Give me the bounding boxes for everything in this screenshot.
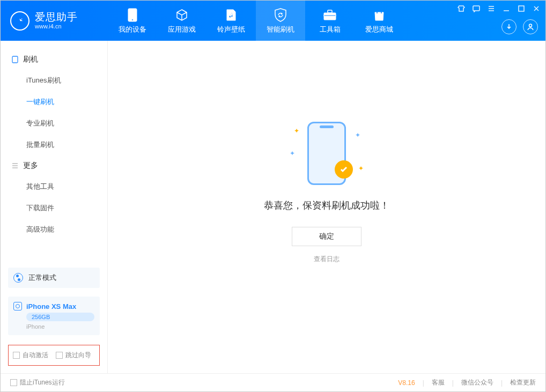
list-icon: [11, 162, 19, 169]
sidebar-item-batch-flash[interactable]: 批量刷机: [1, 134, 107, 156]
close-icon[interactable]: [532, 4, 541, 13]
svg-rect-6: [519, 6, 524, 11]
flash-options-highlighted: 自动激活 跳过向导: [8, 345, 100, 366]
success-illustration: ✦ ✦ ✦ ✦: [286, 119, 367, 188]
shield-refresh-icon: [273, 8, 288, 23]
sidebar-section-flash: 刷机: [1, 49, 107, 70]
mode-label: 正常模式: [28, 273, 56, 283]
check-badge-icon: [335, 160, 353, 179]
device-phone-icon: [13, 302, 22, 310]
skin-icon[interactable]: [456, 4, 466, 13]
sidebar-item-pro-flash[interactable]: 专业刷机: [1, 113, 107, 134]
download-button[interactable]: [501, 19, 517, 34]
phone-outline-icon: [11, 56, 19, 63]
svg-rect-4: [324, 15, 336, 16]
sparkle-icon: ✦: [358, 165, 364, 172]
app-logo: 爱思助手 www.i4.cn: [1, 1, 108, 41]
mode-icon: [13, 273, 23, 283]
svg-rect-5: [473, 6, 479, 11]
app-name: 爱思助手: [35, 12, 78, 23]
device-icon: [125, 8, 140, 23]
toolbox-icon: [322, 8, 337, 23]
footer-link-wechat[interactable]: 微信公众号: [461, 378, 493, 387]
svg-point-1: [132, 19, 134, 20]
header: 爱思助手 www.i4.cn 我的设备 应用游戏 铃声壁纸 智能刷机 工具箱 爱…: [1, 1, 545, 41]
sidebar-section-more: 更多: [1, 156, 107, 176]
sidebar-item-itunes-flash[interactable]: iTunes刷机: [1, 70, 107, 91]
svg-rect-8: [12, 56, 18, 63]
checkbox-block-itunes[interactable]: 阻止iTunes运行: [10, 378, 65, 387]
cube-icon: [174, 8, 189, 23]
minimize-icon[interactable]: [501, 4, 511, 13]
checkbox-auto-activate[interactable]: 自动激活: [13, 351, 48, 360]
header-actions: [501, 19, 538, 34]
sparkle-icon: ✦: [294, 127, 299, 135]
checkbox-icon: [10, 379, 17, 386]
logo-icon: [10, 11, 29, 31]
status-bar: 阻止iTunes运行 V8.16 | 客服 | 微信公众号 | 检查更新: [1, 373, 545, 391]
tab-my-device[interactable]: 我的设备: [108, 1, 157, 41]
sidebar: 刷机 iTunes刷机 一键刷机 专业刷机 批量刷机 更多 其他工具 下载固件 …: [1, 41, 108, 373]
svg-rect-3: [328, 10, 332, 13]
sparkle-icon: ✦: [355, 131, 360, 139]
maximize-icon[interactable]: [517, 4, 526, 13]
bag-icon: [372, 8, 387, 23]
success-message: 恭喜您，保资料刷机成功啦！: [264, 199, 389, 212]
tab-smart-flash[interactable]: 智能刷机: [256, 1, 305, 41]
app-url: www.i4.cn: [35, 23, 78, 29]
sidebar-item-oneclick-flash[interactable]: 一键刷机: [1, 91, 107, 113]
window-controls: [456, 4, 541, 13]
checkbox-icon: [13, 352, 20, 359]
tab-apps-games[interactable]: 应用游戏: [157, 1, 206, 41]
ok-button[interactable]: 确定: [292, 227, 361, 246]
tab-toolbox[interactable]: 工具箱: [305, 1, 355, 41]
sidebar-item-other-tools[interactable]: 其他工具: [1, 176, 107, 197]
tab-ringtones-wallpaper[interactable]: 铃声壁纸: [206, 1, 256, 41]
sidebar-item-advanced[interactable]: 高级功能: [1, 219, 107, 240]
checkbox-skip-guide[interactable]: 跳过向导: [56, 351, 91, 360]
feedback-icon[interactable]: [471, 4, 481, 13]
footer-link-support[interactable]: 客服: [432, 378, 445, 387]
music-file-icon: [224, 8, 239, 23]
main-content: ✦ ✦ ✦ ✦ 恭喜您，保资料刷机成功啦！ 确定 查看日志: [108, 41, 545, 373]
view-log-link[interactable]: 查看日志: [314, 255, 340, 264]
footer-link-update[interactable]: 检查更新: [510, 378, 536, 387]
device-card[interactable]: iPhone XS Max 256GB iPhone: [8, 297, 100, 335]
device-type: iPhone: [26, 323, 94, 330]
menu-icon[interactable]: [486, 4, 496, 13]
sparkle-icon: ✦: [290, 150, 295, 157]
nav-tabs: 我的设备 应用游戏 铃声壁纸 智能刷机 工具箱 爱思商城: [108, 1, 404, 41]
tab-store[interactable]: 爱思商城: [355, 1, 404, 41]
svg-point-7: [529, 24, 532, 27]
account-button[interactable]: [523, 19, 538, 34]
version-label: V8.16: [398, 379, 415, 387]
device-name: iPhone XS Max: [26, 302, 76, 310]
sidebar-item-download-firmware[interactable]: 下载固件: [1, 197, 107, 219]
device-capacity-badge: 256GB: [26, 313, 94, 321]
device-mode-card[interactable]: 正常模式: [8, 268, 100, 288]
checkbox-icon: [56, 352, 63, 359]
